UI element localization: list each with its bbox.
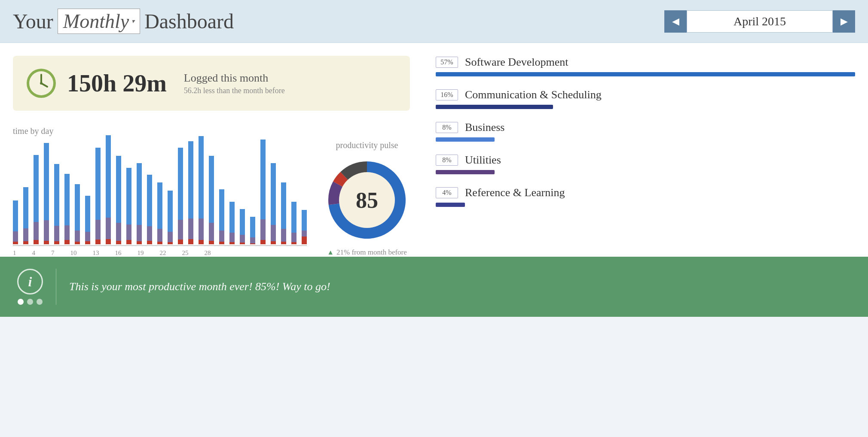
x-axis-label: 25 bbox=[182, 249, 189, 257]
bar-group bbox=[240, 209, 245, 244]
page-title: Your Monthly ▾ Dashboard bbox=[13, 9, 234, 34]
bar-group bbox=[116, 156, 121, 244]
bar-red bbox=[281, 242, 286, 244]
x-axis-label: 7 bbox=[51, 249, 55, 257]
bar-group bbox=[23, 187, 28, 244]
x-axis-label: 28 bbox=[205, 249, 211, 257]
bar-purple bbox=[75, 231, 80, 242]
bar-group bbox=[85, 196, 90, 244]
bar-purple bbox=[302, 231, 307, 237]
donut-value: 85 bbox=[339, 172, 395, 228]
category-header: 57%Software Development bbox=[436, 56, 855, 69]
bar-group bbox=[147, 175, 152, 244]
bar-blue bbox=[13, 200, 18, 231]
bar-chart bbox=[13, 143, 307, 246]
category-header: 8%Business bbox=[436, 121, 855, 134]
bar-group bbox=[54, 164, 59, 244]
bar-purple bbox=[64, 225, 70, 240]
dropdown-arrow-icon: ▾ bbox=[131, 18, 134, 25]
bar-group bbox=[302, 210, 307, 244]
bar-purple bbox=[44, 220, 49, 241]
current-date-display: April 2015 bbox=[687, 10, 833, 33]
bar-group bbox=[281, 182, 286, 244]
category-percentage-badge: 4% bbox=[436, 187, 458, 198]
category-name: Reference & Learning bbox=[465, 186, 565, 199]
bar-blue bbox=[85, 196, 90, 232]
next-month-button[interactable]: ▶ bbox=[833, 10, 855, 33]
bar-group bbox=[44, 143, 49, 244]
bar-red bbox=[54, 241, 59, 244]
bar-group bbox=[64, 174, 70, 244]
bar-blue bbox=[106, 135, 111, 218]
time-by-day-chart: time by day 14710131619222528 bbox=[13, 126, 307, 257]
category-bar-track bbox=[436, 137, 855, 142]
monthly-dropdown[interactable]: Monthly ▾ bbox=[58, 9, 140, 34]
bar-purple bbox=[34, 222, 39, 240]
bar-group bbox=[199, 136, 204, 244]
bar-blue bbox=[64, 174, 70, 225]
left-panel: 150h 29m Logged this month 56.2h less th… bbox=[13, 56, 423, 257]
x-axis-label: 10 bbox=[70, 249, 77, 257]
bar-purple bbox=[209, 223, 214, 241]
bar-red bbox=[168, 242, 173, 244]
pagination-dot[interactable] bbox=[18, 299, 24, 305]
bar-blue bbox=[34, 155, 39, 222]
bar-blue bbox=[260, 140, 266, 219]
x-axis-label: 4 bbox=[32, 249, 36, 257]
bar-blue bbox=[302, 210, 307, 231]
bar-group bbox=[250, 217, 255, 244]
bar-group bbox=[291, 202, 296, 244]
pagination-dot[interactable] bbox=[37, 299, 43, 305]
logged-label: Logged this month bbox=[184, 72, 285, 85]
category-bar-track bbox=[436, 170, 855, 174]
svg-point-4 bbox=[40, 82, 43, 85]
bar-blue bbox=[95, 148, 101, 220]
bar-red bbox=[240, 243, 245, 244]
arrow-up-icon: ▲ bbox=[327, 249, 334, 256]
bar-red bbox=[95, 240, 101, 244]
bar-blue bbox=[54, 164, 59, 226]
bar-purple bbox=[260, 219, 266, 240]
x-axis: 14710131619222528 bbox=[13, 249, 307, 257]
category-name: Utilities bbox=[465, 154, 501, 167]
pulse-change-text: 21% from month before bbox=[336, 248, 407, 257]
x-axis-label: 13 bbox=[93, 249, 99, 257]
bar-purple bbox=[199, 218, 204, 240]
bar-purple bbox=[54, 226, 59, 241]
bar-group bbox=[106, 135, 111, 244]
bar-blue bbox=[147, 175, 152, 226]
bar-blue bbox=[23, 187, 28, 228]
bar-red bbox=[106, 239, 111, 244]
bar-blue bbox=[291, 202, 296, 233]
monthly-label: Monthly bbox=[63, 10, 129, 33]
bar-blue bbox=[168, 191, 173, 232]
logged-hours-value: 150h 29m bbox=[67, 71, 167, 95]
bar-blue bbox=[126, 168, 131, 225]
bar-red bbox=[34, 240, 39, 244]
pagination-dot[interactable] bbox=[27, 299, 33, 305]
prev-month-button[interactable]: ◀ bbox=[664, 10, 687, 33]
category-percentage-badge: 16% bbox=[436, 89, 458, 100]
bar-group bbox=[188, 141, 193, 244]
bar-red bbox=[44, 241, 49, 244]
bar-purple bbox=[147, 226, 152, 241]
category-name: Business bbox=[465, 121, 504, 134]
bar-purple bbox=[168, 232, 173, 242]
bar-red bbox=[64, 240, 70, 244]
bar-blue bbox=[178, 148, 183, 220]
bar-red bbox=[126, 240, 131, 244]
page-header: Your Monthly ▾ Dashboard ◀ April 2015 ▶ bbox=[0, 0, 868, 43]
title-prefix: Your bbox=[13, 9, 53, 33]
bar-group bbox=[229, 202, 235, 244]
bar-blue bbox=[229, 202, 235, 233]
bar-purple bbox=[271, 225, 276, 241]
clock-icon bbox=[26, 68, 57, 99]
bar-purple bbox=[188, 218, 193, 239]
bar-group bbox=[209, 156, 214, 244]
bar-purple bbox=[240, 235, 245, 243]
category-percentage-badge: 8% bbox=[436, 122, 458, 133]
bar-group bbox=[75, 184, 80, 244]
time-by-day-label: time by day bbox=[13, 126, 307, 136]
bar-blue bbox=[157, 182, 162, 229]
bar-blue bbox=[199, 136, 204, 218]
